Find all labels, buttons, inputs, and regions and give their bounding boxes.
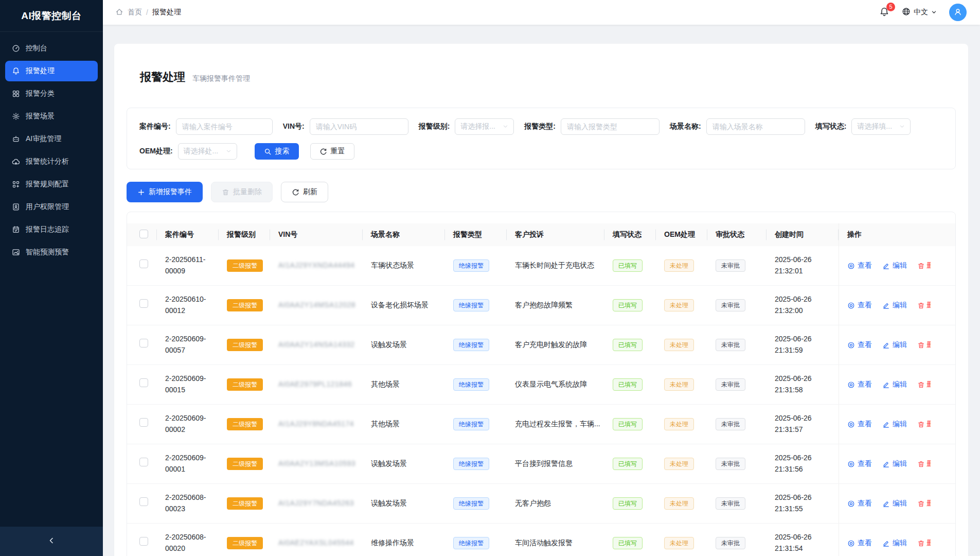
view-button[interactable]: 查看 (847, 339, 872, 351)
row-checkbox[interactable] (139, 339, 148, 348)
approval-status-cell: 未审批 (707, 497, 767, 510)
delete-button[interactable]: 删除 (917, 379, 931, 390)
edit-button[interactable]: 编辑 (882, 419, 907, 430)
trash-icon (917, 302, 925, 309)
view-button[interactable]: 查看 (847, 537, 872, 549)
delete-button[interactable]: 删除 (917, 458, 931, 470)
row-checkbox[interactable] (139, 458, 148, 466)
edit-button[interactable]: 编辑 (882, 458, 907, 470)
actions-cell: 查看 编辑 删除 (839, 524, 955, 556)
sidebar-item-9[interactable]: 智能预测预警 (5, 242, 98, 263)
delete-button[interactable]: 删除 (917, 300, 931, 311)
edit-button[interactable]: 编辑 (882, 379, 907, 390)
scene-name-cell: 其他场景 (363, 419, 445, 430)
chevron-down-icon (899, 123, 905, 131)
row-checkbox[interactable] (139, 418, 148, 427)
row-checkbox[interactable] (139, 378, 148, 387)
row-checkbox[interactable] (139, 537, 148, 546)
row-checkbox[interactable] (139, 497, 148, 506)
delete-button[interactable]: 删除 (917, 419, 931, 430)
edit-label: 编辑 (893, 339, 907, 351)
complaint-cell: 客户抱怨故障频繁 (507, 300, 604, 311)
fill-status-select[interactable]: 请选择填... (851, 118, 911, 135)
vin-cell: AI0AA2Y14MSA12028 (270, 300, 363, 311)
edit-button[interactable]: 编辑 (882, 498, 907, 509)
refresh-button[interactable]: 刷新 (281, 182, 328, 202)
view-button[interactable]: 查看 (847, 458, 872, 470)
alarm-type-input[interactable] (561, 118, 660, 135)
view-button[interactable]: 查看 (847, 300, 872, 311)
vin-cell: AI0AE2YAXSL045544 (270, 537, 363, 549)
sidebar-collapse-button[interactable] (0, 527, 103, 556)
sidebar-item-4[interactable]: AI审批管理 (5, 129, 98, 149)
vin-input[interactable] (310, 118, 408, 135)
sidebar-item-3[interactable]: 报警场景 (5, 106, 98, 127)
sidebar-item-label: 控制台 (26, 44, 47, 53)
view-button[interactable]: 查看 (847, 419, 872, 430)
delete-button[interactable]: 删除 (917, 498, 931, 509)
sidebar-item-7[interactable]: 用户权限管理 (5, 197, 98, 217)
create-date: 2025-06-26 (775, 453, 839, 464)
sidebar-item-6[interactable]: 报警规则配置 (5, 174, 98, 195)
sidebar-item-label: 报警处理 (26, 66, 55, 76)
sidebar: AI报警控制台 控制台 报警处理 报警分类 报警场景 AI审批管理 报警统计分析… (0, 0, 103, 556)
pencil-icon (882, 460, 890, 468)
sidebar-item-8[interactable]: 报警日志追踪 (5, 219, 98, 240)
sidebar-item-2[interactable]: 报警分类 (5, 83, 98, 104)
scene-name-label: 场景名称: (670, 122, 701, 131)
row-checkbox[interactable] (139, 299, 148, 308)
column-header-1: 报警级别 (219, 230, 270, 239)
actions-cell: 查看 编辑 删除 (839, 286, 955, 325)
breadcrumb-home[interactable]: 首页 (128, 8, 142, 17)
batch-delete-button[interactable]: 批量删除 (211, 182, 273, 202)
row-checkbox[interactable] (139, 259, 148, 268)
alarm-level-select[interactable]: 请选择报... (455, 118, 514, 135)
create-time: 21:31:58 (775, 385, 839, 396)
sidebar-item-0[interactable]: 控制台 (5, 38, 98, 59)
add-alarm-button[interactable]: 新增报警事件 (127, 182, 203, 202)
sidebar-item-label: 报警统计分析 (26, 157, 69, 166)
select-all-checkbox[interactable] (139, 230, 148, 238)
case-no-input[interactable] (176, 118, 273, 135)
edit-button[interactable]: 编辑 (882, 537, 907, 549)
sidebar-menu: 控制台 报警处理 报警分类 报警场景 AI审批管理 报警统计分析 报警规则配置 … (0, 32, 103, 527)
alarm-type-cell: 绝缘报警 (445, 458, 507, 470)
oem-status-select[interactable]: 请选择处... (178, 143, 237, 160)
language-switcher[interactable]: 中文 (902, 7, 937, 18)
scene-name-input[interactable] (706, 118, 805, 135)
search-button[interactable]: 搜索 (255, 143, 299, 160)
delete-button[interactable]: 删除 (917, 537, 931, 549)
pencil-icon (882, 262, 890, 270)
sidebar-item-1[interactable]: 报警处理 (5, 61, 98, 81)
checkbox-cell (127, 537, 157, 549)
fill-status-placeholder: 请选择填... (857, 122, 892, 131)
oem-status-badge: 未处理 (664, 458, 694, 470)
pencil-icon (882, 421, 890, 428)
view-button[interactable]: 查看 (847, 498, 872, 509)
alarm-type-cell: 绝缘报警 (445, 418, 507, 430)
sidebar-item-5[interactable]: 报警统计分析 (5, 151, 98, 172)
view-button[interactable]: 查看 (847, 260, 872, 271)
alarm-level-cell: 二级报警 (219, 458, 270, 470)
delete-label: 删除 (926, 339, 931, 351)
notification-button[interactable]: 5 (879, 7, 889, 19)
approval-status-badge: 未审批 (716, 378, 745, 391)
edit-button[interactable]: 编辑 (882, 300, 907, 311)
edit-button[interactable]: 编辑 (882, 339, 907, 351)
column-header-4: 报警类型 (445, 230, 507, 239)
column-header-6: 填写状态 (604, 230, 656, 239)
delete-button[interactable]: 删除 (917, 339, 931, 351)
view-label: 查看 (858, 379, 872, 390)
delete-button[interactable]: 删除 (917, 260, 931, 271)
avatar[interactable] (949, 4, 967, 21)
oem-status-badge: 未处理 (664, 259, 694, 272)
reset-button[interactable]: 重置 (310, 143, 354, 160)
view-label: 查看 (858, 300, 872, 311)
topbar-right: 5 中文 (879, 4, 967, 21)
alarm-level-badge: 二级报警 (227, 259, 263, 272)
view-button[interactable]: 查看 (847, 379, 872, 390)
case-no-field: 案件编号: (139, 118, 273, 135)
page-card: 报警处理 车辆报警事件管理 案件编号: VIN号: 报警级别: 请选择报... … (114, 44, 968, 556)
alarm-type-badge: 绝缘报警 (453, 259, 489, 272)
edit-button[interactable]: 编辑 (882, 260, 907, 271)
